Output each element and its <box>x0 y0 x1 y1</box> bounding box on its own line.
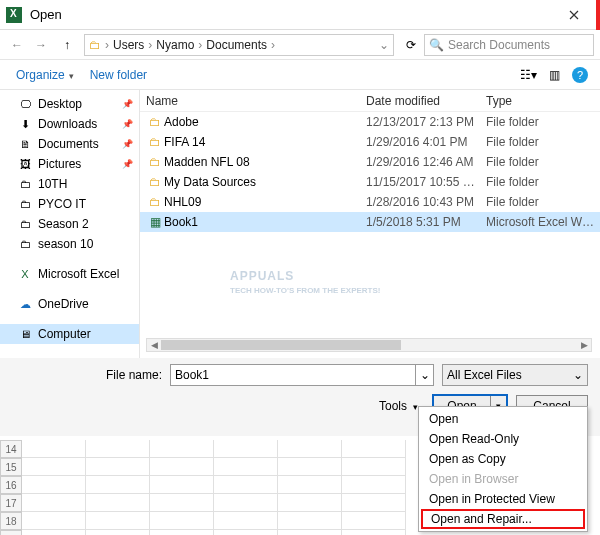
sidebar-item-10th[interactable]: 🗀10TH <box>0 174 139 194</box>
organize-button[interactable]: Organize <box>8 64 82 86</box>
grid-cell[interactable] <box>150 530 214 535</box>
grid-cell[interactable] <box>342 476 406 494</box>
grid-cell[interactable] <box>278 530 342 535</box>
scroll-right-icon[interactable]: ▶ <box>577 339 591 351</box>
grid-cell[interactable] <box>214 476 278 494</box>
grid-cell[interactable] <box>342 530 406 535</box>
menu-open-copy[interactable]: Open as Copy <box>421 449 585 469</box>
sidebar-item-pictures[interactable]: 🖼Pictures📌 <box>0 154 139 174</box>
view-mode-button[interactable]: ☷▾ <box>516 64 540 86</box>
grid-cell[interactable] <box>150 458 214 476</box>
grid-cell[interactable] <box>214 440 278 458</box>
grid-cell[interactable] <box>150 512 214 530</box>
file-row[interactable]: 🗀Madden NFL 081/29/2016 12:46 AMFile fol… <box>140 152 600 172</box>
breadcrumb[interactable]: 🗀 › Users › Nyamo › Documents › ⌄ <box>84 34 394 56</box>
filename-input[interactable] <box>170 364 416 386</box>
grid-cell[interactable] <box>214 458 278 476</box>
grid-cell[interactable] <box>278 458 342 476</box>
row-header[interactable]: 18 <box>0 512 22 530</box>
row-header[interactable]: 16 <box>0 476 22 494</box>
grid-cell[interactable] <box>22 458 86 476</box>
grid-cell[interactable] <box>86 476 150 494</box>
col-header-name[interactable]: Name <box>146 94 366 108</box>
menu-open-repair[interactable]: Open and Repair... <box>421 509 585 529</box>
scroll-thumb[interactable] <box>161 340 401 350</box>
chevron-down-icon[interactable]: ⌄ <box>379 38 389 52</box>
grid-cell[interactable] <box>278 476 342 494</box>
grid-cell[interactable] <box>278 440 342 458</box>
new-folder-button[interactable]: New folder <box>82 64 155 86</box>
nav-back-button[interactable]: ← <box>6 34 28 56</box>
grid-cell[interactable] <box>342 458 406 476</box>
grid-cell[interactable] <box>22 512 86 530</box>
sidebar-label: 10TH <box>38 177 67 191</box>
sidebar-item-onedrive[interactable]: ☁OneDrive <box>0 294 139 314</box>
folder-icon: 🗀 <box>18 178 32 190</box>
row-header[interactable]: 17 <box>0 494 22 512</box>
grid-cell[interactable] <box>342 512 406 530</box>
sidebar-label: Downloads <box>38 117 97 131</box>
grid-cell[interactable] <box>86 494 150 512</box>
crumb-documents[interactable]: Documents <box>206 38 267 52</box>
sidebar-item-season2[interactable]: 🗀Season 2 <box>0 214 139 234</box>
grid-cell[interactable] <box>86 458 150 476</box>
row-header[interactable]: 14 <box>0 440 22 458</box>
grid-cell[interactable] <box>22 530 86 535</box>
file-row[interactable]: 🗀FIFA 141/29/2016 4:01 PMFile folder <box>140 132 600 152</box>
sidebar-item-downloads[interactable]: ⬇Downloads📌 <box>0 114 139 134</box>
file-row[interactable]: 🗀My Data Sources11/15/2017 10:55 …File f… <box>140 172 600 192</box>
grid-cell[interactable] <box>278 494 342 512</box>
menu-open-protected[interactable]: Open in Protected View <box>421 489 585 509</box>
grid-cell[interactable] <box>86 512 150 530</box>
grid-cell[interactable] <box>86 530 150 535</box>
sidebar-item-computer[interactable]: 🖥Computer <box>0 324 139 344</box>
grid-cell[interactable] <box>278 512 342 530</box>
sidebar-item-pyco[interactable]: 🗀PYCO IT <box>0 194 139 214</box>
grid-cell[interactable] <box>86 440 150 458</box>
close-button[interactable] <box>554 0 594 30</box>
grid-cell[interactable] <box>214 512 278 530</box>
row-header[interactable]: 19 <box>0 530 22 535</box>
crumb-nyamo[interactable]: Nyamo <box>156 38 194 52</box>
horizontal-scrollbar[interactable]: ◀ ▶ <box>146 338 592 352</box>
grid-cell[interactable] <box>22 476 86 494</box>
grid-cell[interactable] <box>150 440 214 458</box>
help-button[interactable]: ? <box>568 64 592 86</box>
pin-icon: 📌 <box>122 139 133 149</box>
sidebar-label: Season 2 <box>38 217 89 231</box>
grid-cell[interactable] <box>22 494 86 512</box>
crumb-users[interactable]: Users <box>113 38 144 52</box>
search-input[interactable]: 🔍 Search Documents <box>424 34 594 56</box>
sidebar-item-documents[interactable]: 🗎Documents📌 <box>0 134 139 154</box>
filename-dropdown-button[interactable]: ⌄ <box>416 364 434 386</box>
file-type-filter[interactable]: All Excel Files ⌄ <box>442 364 588 386</box>
grid-cell[interactable] <box>22 440 86 458</box>
sidebar-item-excel[interactable]: XMicrosoft Excel <box>0 264 139 284</box>
preview-pane-button[interactable]: ▥ <box>542 64 566 86</box>
nav-forward-button[interactable]: → <box>30 34 52 56</box>
scroll-left-icon[interactable]: ◀ <box>147 339 161 351</box>
col-header-date[interactable]: Date modified <box>366 94 486 108</box>
file-row[interactable]: 🗀Adobe12/13/2017 2:13 PMFile folder <box>140 112 600 132</box>
file-name: NHL09 <box>164 195 366 209</box>
pin-icon: 📌 <box>122 119 133 129</box>
refresh-button[interactable]: ⟳ <box>400 34 422 56</box>
grid-cell[interactable] <box>342 440 406 458</box>
menu-open[interactable]: Open <box>421 409 585 429</box>
file-row-selected[interactable]: ▦Book11/5/2018 5:31 PMMicrosoft Excel W… <box>140 212 600 232</box>
col-header-type[interactable]: Type <box>486 94 600 108</box>
grid-cell[interactable] <box>214 530 278 535</box>
file-name: Book1 <box>164 215 366 229</box>
nav-up-button[interactable]: ↑ <box>56 34 78 56</box>
grid-cell[interactable] <box>150 494 214 512</box>
grid-cell[interactable] <box>150 476 214 494</box>
row-header[interactable]: 15 <box>0 458 22 476</box>
tools-button[interactable]: Tools <box>379 399 418 413</box>
sidebar-label: Desktop <box>38 97 82 111</box>
grid-cell[interactable] <box>342 494 406 512</box>
sidebar-item-season10[interactable]: 🗀season 10 <box>0 234 139 254</box>
sidebar-item-desktop[interactable]: 🖵Desktop📌 <box>0 94 139 114</box>
menu-open-readonly[interactable]: Open Read-Only <box>421 429 585 449</box>
file-row[interactable]: 🗀NHL091/28/2016 10:43 PMFile folder <box>140 192 600 212</box>
grid-cell[interactable] <box>214 494 278 512</box>
